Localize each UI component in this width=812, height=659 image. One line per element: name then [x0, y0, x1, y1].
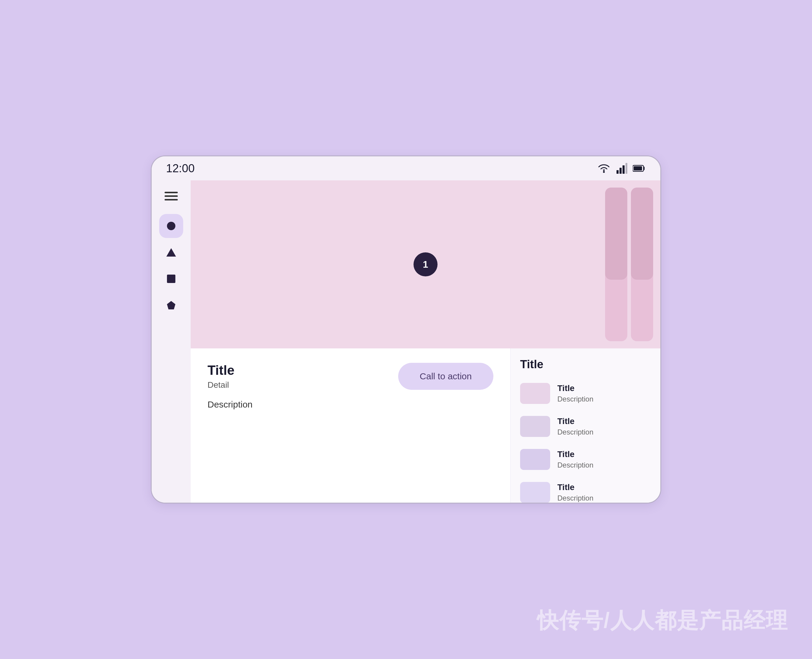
wifi-icon: [597, 163, 611, 174]
scrollbar-track-2[interactable]: [631, 188, 653, 341]
square-icon: [167, 274, 175, 283]
list-item-thumbnail-3: [520, 449, 550, 470]
watermark: 快传号/人人都是产品经理: [537, 606, 788, 635]
svg-point-0: [603, 171, 605, 173]
list-item-title-4: Title: [558, 482, 593, 492]
list-item-title-1: Title: [558, 383, 593, 393]
list-item[interactable]: Title Description: [520, 477, 651, 503]
tablet-frame: 12:00: [151, 155, 661, 504]
list-item[interactable]: Title Description: [520, 378, 651, 409]
title-detail-block: Title Detail: [207, 363, 235, 390]
hero-area: 1: [191, 180, 660, 348]
main-title: Title: [207, 363, 235, 378]
title-section: Title Detail Call to action: [207, 363, 493, 390]
list-item-text-1: Title Description: [558, 383, 593, 403]
circle-icon: [167, 222, 175, 230]
right-panel: Title Title Description T: [510, 348, 660, 503]
list-item-thumbnail-4: [520, 482, 550, 503]
list-item-thumbnail-1: [520, 383, 550, 404]
list-item-title-2: Title: [558, 416, 593, 426]
list-item[interactable]: Title Description: [520, 411, 651, 442]
main-area: 1 Title Detail: [152, 180, 660, 503]
description-text: Description: [207, 399, 493, 410]
list-item-text-3: Title Description: [558, 449, 593, 469]
left-content: Title Detail Call to action Description: [191, 348, 510, 503]
list-item-title-3: Title: [558, 449, 593, 459]
right-panel-title: Title: [520, 358, 651, 371]
svg-rect-1: [616, 170, 619, 174]
svg-rect-4: [626, 163, 627, 174]
sidebar: [152, 180, 191, 503]
list-item-thumbnail-2: [520, 416, 550, 437]
status-icons: [597, 163, 646, 174]
svg-rect-3: [622, 166, 625, 174]
scrollbar-thumb-2: [631, 188, 653, 280]
list-items: Title Description Title Description: [520, 378, 651, 503]
status-time: 12:00: [166, 162, 194, 175]
pentagon-icon: [167, 301, 175, 309]
main-content: Title Detail Call to action Description …: [191, 348, 660, 503]
triangle-icon: [166, 248, 176, 257]
list-item-desc-4: Description: [558, 494, 593, 502]
main-detail: Detail: [207, 380, 235, 390]
nav-item-pentagon[interactable]: [159, 293, 183, 317]
content-panel: 1 Title Detail: [191, 180, 660, 503]
scrollbar-thumb-1: [605, 188, 627, 280]
signal-icon: [616, 163, 627, 174]
list-item-desc-3: Description: [558, 461, 593, 469]
list-item-desc-1: Description: [558, 395, 593, 403]
hamburger-menu-button[interactable]: [159, 188, 183, 204]
nav-item-circle[interactable]: [159, 214, 183, 238]
list-item[interactable]: Title Description: [520, 444, 651, 475]
svg-rect-6: [633, 166, 642, 170]
cta-button[interactable]: Call to action: [398, 363, 493, 390]
list-item-text-2: Title Description: [558, 416, 593, 436]
hero-scrollbar-area: [605, 188, 653, 341]
nav-item-square[interactable]: [159, 267, 183, 291]
svg-rect-2: [619, 168, 622, 174]
scrollbar-track-1[interactable]: [605, 188, 627, 341]
status-bar: 12:00: [152, 156, 660, 180]
hero-badge: 1: [414, 252, 438, 276]
battery-icon: [633, 163, 646, 174]
list-item-text-4: Title Description: [558, 482, 593, 502]
nav-item-triangle[interactable]: [159, 240, 183, 264]
list-item-desc-2: Description: [558, 428, 593, 436]
